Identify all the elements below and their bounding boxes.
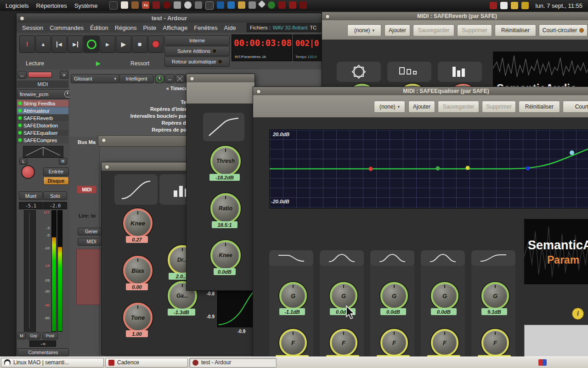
- ratio-knob[interactable]: Ratio: [210, 193, 241, 224]
- play-button[interactable]: ▶: [116, 35, 131, 53]
- compressor-section[interactable]: [203, 113, 244, 141]
- distortion-section-1[interactable]: [114, 174, 158, 205]
- band5-freq-knob[interactable]: F: [481, 329, 509, 356]
- k3b-icon[interactable]: [163, 1, 170, 9]
- notes-panel[interactable]: [524, 325, 588, 357]
- follow-edits-button[interactable]: Suivre éditions: [164, 46, 230, 56]
- reverb-section-2[interactable]: [387, 62, 431, 82]
- pan-left-button[interactable]: L: [19, 158, 28, 165]
- reverb-section-3[interactable]: [438, 62, 482, 82]
- ruler-tempo[interactable]: Temp: [71, 99, 194, 106]
- rec-enable-led[interactable]: [18, 138, 22, 142]
- info-button[interactable]: i: [572, 308, 584, 320]
- compressor-titlebar[interactable]: [187, 74, 254, 82]
- ruler-range-markers[interactable]: Repères d'interval: [71, 106, 194, 113]
- stop-button[interactable]: ■: [132, 35, 147, 53]
- reset-button[interactable]: Réinitialiser: [519, 101, 560, 113]
- band-filter-button[interactable]: [269, 250, 313, 266]
- ruler-loop-punch[interactable]: Intervalles boucle/« punch: [71, 113, 194, 120]
- reverb-section-1[interactable]: [337, 62, 381, 82]
- bypass-button[interactable]: Court-circuiter: [539, 24, 588, 36]
- volume-panel-icon[interactable]: [227, 1, 235, 9]
- track-row[interactable]: SAFEReverb: [17, 115, 68, 121]
- band5-gain-knob[interactable]: G: [481, 282, 509, 310]
- bus-name-label[interactable]: Bus Ma: [78, 139, 96, 145]
- taskbar-item-browser[interactable]: Linux MAO | semanti...: [1, 358, 104, 368]
- taskbar-item-ardour[interactable]: test - Ardour: [189, 358, 277, 368]
- band1-freq-knob[interactable]: F: [279, 329, 307, 356]
- mute-button[interactable]: Muet: [19, 191, 43, 200]
- delete-preset-button[interactable]: Supprimer: [482, 101, 516, 113]
- punch-button[interactable]: !: [19, 35, 35, 53]
- threshold-knob[interactable]: Thresh: [210, 146, 241, 176]
- group-color-bar[interactable]: [28, 72, 52, 78]
- group-button[interactable]: Grp: [27, 332, 40, 339]
- add-preset-button[interactable]: Ajouter: [384, 24, 410, 36]
- ardour-launcher-icon[interactable]: [289, 1, 296, 9]
- save-preset-button[interactable]: Sauvegarder: [438, 101, 479, 113]
- window-menu-dot[interactable]: [102, 138, 106, 143]
- shrink-strip-button[interactable]: ↔: [17, 71, 27, 79]
- ardour-titlebar[interactable]: test - Ardour: [17, 13, 322, 23]
- menu-systeme[interactable]: Système: [74, 2, 98, 9]
- goto-start-button[interactable]: ◀: [51, 35, 67, 53]
- menu-aide[interactable]: Aide: [224, 24, 236, 31]
- track-row[interactable]: SAFEEqualiser: [17, 129, 68, 136]
- nudge-clock-button[interactable]: [155, 74, 164, 83]
- eq-band4-handle[interactable]: [526, 167, 530, 171]
- window-menu-dot[interactable]: [325, 14, 330, 19]
- comments-button[interactable]: Commentaires: [17, 348, 69, 356]
- gain-fader[interactable]: [24, 210, 36, 332]
- reverb-titlebar[interactable]: MIDI : SAFEReverb (par SAFE): [322, 12, 588, 20]
- sync-source-button[interactable]: Interne: [164, 35, 230, 46]
- jack-tool-icon[interactable]: [278, 1, 286, 9]
- eq-band1-handle[interactable]: [369, 167, 373, 171]
- taskbar-item-cadence[interactable]: Cadence: [105, 358, 188, 368]
- mixer-app-icon[interactable]: [300, 1, 307, 9]
- preset-dropdown[interactable]: (none)▾: [374, 101, 405, 113]
- band-filter-button[interactable]: [421, 250, 465, 266]
- jack-plug-icon[interactable]: [249, 1, 256, 9]
- menu-commandes[interactable]: Commandes: [50, 24, 84, 31]
- window-menu-dot[interactable]: [105, 165, 109, 169]
- tone-knob[interactable]: Tone: [123, 303, 153, 332]
- rec-enable-led[interactable]: [18, 124, 22, 127]
- grid-mode-dropdown[interactable]: Glissant▾: [71, 74, 119, 83]
- track-row[interactable]: Atténuateur: [17, 107, 68, 114]
- eq-band3-handle[interactable]: [466, 166, 470, 170]
- package-icon[interactable]: [238, 1, 245, 9]
- window-menu-dot[interactable]: [20, 16, 24, 21]
- menu-affichage[interactable]: Affichage: [163, 24, 187, 31]
- wine-app-icon[interactable]: [153, 1, 160, 9]
- search-icon[interactable]: [184, 1, 192, 9]
- band-filter-button[interactable]: [320, 250, 364, 266]
- primary-clock[interactable]: 00:00:03:08 INT/Paramètres JA: [232, 34, 292, 61]
- ruler-signature[interactable]: Si: [71, 92, 194, 99]
- ruler-location-markers[interactable]: Repères de positi: [71, 126, 194, 133]
- eq-response-graph[interactable]: 20.0dB -20.0dB: [269, 129, 588, 208]
- patchage-icon[interactable]: [268, 1, 275, 9]
- mail-icon[interactable]: [521, 2, 529, 9]
- delete-preset-button[interactable]: Supprimer: [457, 24, 492, 36]
- menu-edition[interactable]: Édition: [90, 24, 108, 31]
- band2-freq-knob[interactable]: F: [330, 329, 357, 356]
- eq-band5-handle[interactable]: [570, 150, 574, 155]
- tray-app-icon[interactable]: [538, 359, 547, 366]
- terminal-icon[interactable]: [109, 1, 118, 10]
- rec-enable-led[interactable]: [18, 131, 22, 134]
- band3-freq-knob[interactable]: F: [380, 329, 408, 356]
- menu-logiciels[interactable]: Logiciels: [6, 2, 29, 9]
- disk-button[interactable]: Disque: [43, 177, 69, 185]
- preset-dropdown[interactable]: (none)▾: [347, 24, 381, 36]
- pan-right-button[interactable]: R: [59, 158, 67, 165]
- edit-mode-button[interactable]: Intelligent: [119, 74, 154, 83]
- menu-repertoires[interactable]: Répertoires: [36, 2, 67, 9]
- eq-band2-handle[interactable]: [436, 167, 440, 171]
- trim-knob[interactable]: [21, 165, 35, 179]
- rec-enable-led[interactable]: [18, 116, 22, 120]
- band4-gain-knob[interactable]: G: [431, 282, 458, 310]
- window-menu-dot[interactable]: [256, 89, 261, 94]
- ruler-cd-markers[interactable]: Repères de C: [71, 120, 194, 126]
- menu-piste[interactable]: Piste: [143, 24, 156, 31]
- ardour-tray-icon[interactable]: [490, 2, 497, 9]
